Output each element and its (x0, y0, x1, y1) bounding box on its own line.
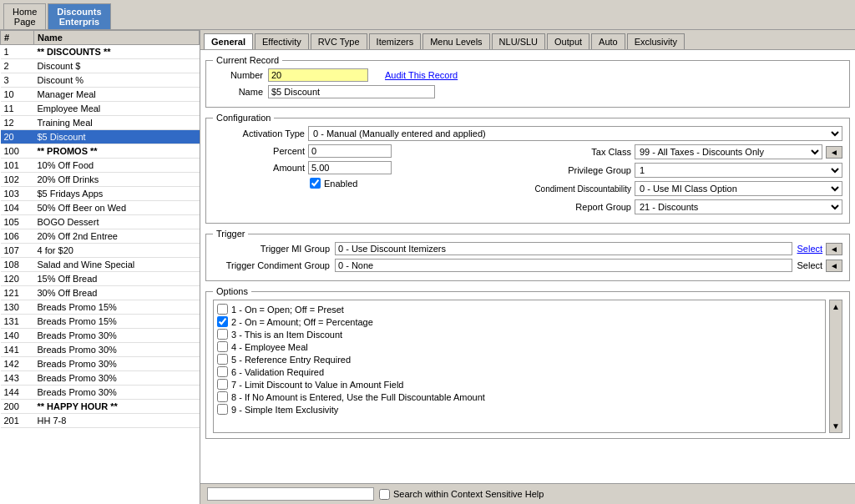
list-item-num: 2 (1, 59, 34, 73)
option-checkbox-4[interactable] (217, 341, 228, 352)
list-item[interactable]: 201HH 7-8 (1, 414, 200, 428)
tab-nlu-slu[interactable]: NLU/SLU (492, 33, 545, 49)
condiment-group-row: Trigger Condiment Group Select ◄ (213, 259, 842, 272)
list-item[interactable]: 105BOGO Dessert (1, 215, 200, 229)
list-item[interactable]: 100** PROMOS ** (1, 144, 200, 159)
list-item-name: Training Meal (34, 116, 200, 130)
number-input[interactable] (268, 68, 368, 82)
list-item[interactable]: 141Breads Promo 30% (1, 343, 200, 357)
list-item-num: 103 (1, 187, 34, 201)
list-item-num: 142 (1, 357, 34, 371)
name-input[interactable] (268, 85, 435, 98)
tab-general[interactable]: General (204, 33, 253, 49)
option-checkbox-2[interactable] (217, 316, 228, 327)
list-item-name: Breads Promo 30% (34, 371, 200, 386)
list-item[interactable]: 103$5 Fridays Apps (1, 187, 200, 201)
search-within-checkbox[interactable] (379, 489, 390, 500)
percent-input[interactable] (308, 144, 392, 158)
option-checkbox-5[interactable] (217, 354, 228, 365)
list-item[interactable]: 10220% Off Drinks (1, 173, 200, 187)
search-input[interactable] (207, 487, 374, 501)
mi-group-arrow-btn[interactable]: ◄ (826, 243, 842, 255)
list-item[interactable]: 142Breads Promo 30% (1, 357, 200, 371)
condiment-discountability-label: Condiment Discountability (531, 184, 631, 194)
list-item-name: Salad and Wine Special (34, 258, 200, 272)
list-item[interactable]: 12015% Off Bread (1, 272, 200, 286)
privilege-group-select[interactable]: 1 (635, 163, 842, 178)
list-item[interactable]: 140Breads Promo 30% (1, 329, 200, 343)
tab-effectivity[interactable]: Effectivity (255, 33, 309, 49)
list-item-name: Breads Promo 15% (34, 315, 200, 329)
option-checkbox-8[interactable] (217, 391, 228, 402)
condiment-group-input[interactable] (335, 259, 792, 272)
list-item[interactable]: 12Training Meal (1, 116, 200, 130)
list-item-num: 141 (1, 343, 34, 357)
condiment-group-arrow-btn[interactable]: ◄ (826, 260, 842, 272)
option-checkbox-7[interactable] (217, 379, 228, 390)
option-checkbox-1[interactable] (217, 304, 228, 315)
tab-exclusivity[interactable]: Exclusivity (627, 33, 685, 49)
discount-list-table: # Name 1** DISCOUNTS **2Discount $3Disco… (0, 30, 200, 428)
list-item-name: 4 for $20 (34, 244, 200, 258)
tax-class-arrow-btn[interactable]: ◄ (826, 146, 842, 159)
trigger-legend: Trigger (213, 229, 248, 239)
option-label-8: 8 - If No Amount is Entered, Use the Ful… (231, 392, 485, 402)
condiment-discountability-select[interactable]: 0 - Use MI Class Option (635, 181, 842, 196)
col-header-num: # (1, 31, 34, 45)
option-label-7: 7 - Limit Discount to Value in Amount Fi… (231, 380, 403, 390)
list-item-num: 130 (1, 300, 34, 315)
tab-rvc-type[interactable]: RVC Type (311, 33, 367, 49)
report-group-select[interactable]: 21 - Discounts (635, 199, 842, 214)
tax-class-select[interactable]: 99 - All Taxes - Discounts Only (635, 144, 822, 159)
list-item[interactable]: 10450% Off Beer on Wed (1, 201, 200, 215)
option-label-3: 3 - This is an Item Discount (231, 330, 342, 340)
list-item[interactable]: 1074 for $20 (1, 244, 200, 258)
amount-label: Amount (213, 163, 305, 173)
list-item[interactable]: 10Manager Meal (1, 88, 200, 102)
list-item[interactable]: 12130% Off Bread (1, 286, 200, 300)
options-list: 1 - On = Open; Off = Preset2 - On = Amou… (213, 300, 826, 433)
tab-output[interactable]: Output (547, 33, 589, 49)
main-layout: # Name 1** DISCOUNTS **2Discount $3Disco… (0, 30, 855, 504)
option-checkbox-6[interactable] (217, 366, 228, 377)
list-item[interactable]: 20$5 Discount (1, 130, 200, 144)
mi-group-select-link[interactable]: Select (797, 244, 823, 254)
list-item[interactable]: 10110% Off Food (1, 159, 200, 173)
home-page-button[interactable]: HomePage (3, 3, 46, 29)
list-item-num: 140 (1, 329, 34, 343)
option-label-1: 1 - On = Open; Off = Preset (231, 305, 344, 315)
list-item-name: Breads Promo 30% (34, 343, 200, 357)
mi-group-input[interactable] (335, 242, 792, 255)
activation-type-select[interactable]: 0 - Manual (Manually entered and applied… (308, 126, 842, 141)
left-panel: # Name 1** DISCOUNTS **2Discount $3Disco… (0, 30, 200, 504)
report-group-label: Report Group (531, 202, 631, 212)
top-nav: HomePage DiscountsEnterpris (0, 0, 855, 30)
enabled-row: Enabled (310, 178, 524, 189)
list-item-name: $5 Fridays Apps (34, 187, 200, 201)
list-item[interactable]: 3Discount % (1, 73, 200, 88)
tab-itemizers[interactable]: Itemizers (369, 33, 422, 49)
list-item[interactable]: 10620% Off 2nd Entree (1, 229, 200, 244)
list-item[interactable]: 1** DISCOUNTS ** (1, 45, 200, 59)
option-checkbox-9[interactable] (217, 404, 228, 415)
discounts-enterprise-button[interactable]: DiscountsEnterpris (48, 3, 110, 29)
list-item[interactable]: 11Employee Meal (1, 102, 200, 116)
list-item-num: 100 (1, 144, 34, 159)
enabled-checkbox[interactable] (310, 178, 321, 189)
list-item[interactable]: 131Breads Promo 15% (1, 315, 200, 329)
list-item-num: 104 (1, 201, 34, 215)
list-item[interactable]: 130Breads Promo 15% (1, 300, 200, 315)
list-item[interactable]: 143Breads Promo 30% (1, 371, 200, 386)
list-item[interactable]: 200** HAPPY HOUR ** (1, 400, 200, 414)
list-item[interactable]: 108Salad and Wine Special (1, 258, 200, 272)
tab-menu-levels[interactable]: Menu Levels (422, 33, 489, 49)
tab-auto[interactable]: Auto (591, 33, 625, 49)
option-item-4: 4 - Employee Meal (217, 341, 822, 352)
amount-input[interactable] (308, 161, 392, 174)
list-item[interactable]: 2Discount $ (1, 59, 200, 73)
enabled-label: Enabled (324, 179, 357, 189)
options-scrollbar[interactable]: ▲ ▼ (829, 300, 842, 433)
option-checkbox-3[interactable] (217, 329, 228, 340)
audit-link[interactable]: Audit This Record (385, 70, 458, 80)
list-item[interactable]: 144Breads Promo 30% (1, 386, 200, 400)
